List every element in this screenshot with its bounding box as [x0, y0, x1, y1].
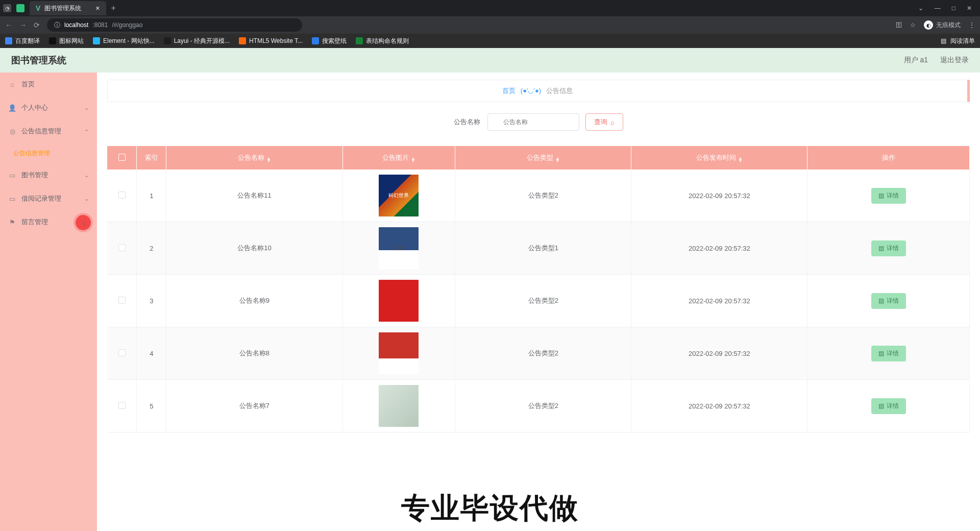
reading-list-icon[interactable]: ▤ — [941, 37, 946, 44]
bookmark-item[interactable]: HTML5 Website T... — [239, 37, 303, 45]
table-row: 4公告名称8公告类型22022-02-09 20:57:32▤详情 — [107, 327, 970, 380]
maximize-icon[interactable]: □ — [952, 5, 955, 12]
thumbnail[interactable] — [379, 280, 419, 322]
user-label[interactable]: 用户 a1 — [904, 56, 928, 65]
url-port: :8081 — [92, 21, 108, 29]
row-image: 科幻世界 — [342, 170, 455, 222]
favicon — [312, 37, 319, 44]
row-name: 公告名称7 — [166, 380, 342, 432]
detail-button[interactable]: ▤详情 — [871, 346, 906, 361]
chevron-down-icon: ⌄ — [84, 128, 89, 135]
list-icon: ▤ — [878, 245, 884, 252]
back-icon[interactable]: ← — [5, 21, 12, 29]
url-field[interactable]: ⓘ localhost:8081/#/gonggao — [47, 18, 302, 32]
row-checkbox[interactable] — [107, 327, 137, 380]
breadcrumb-home[interactable]: 首页 — [502, 87, 516, 94]
forward-icon[interactable]: → — [19, 21, 27, 29]
incognito-badge: ◐ 无痕模式 — [924, 20, 961, 30]
detail-button[interactable]: ▤详情 — [871, 398, 906, 414]
new-tab-button[interactable]: + — [111, 4, 116, 13]
vue-icon: V — [36, 4, 40, 12]
row-checkbox[interactable] — [107, 170, 137, 222]
sidebar: ⌂首页👤个人中心⌄◎公告信息管理⌄公告信息管理▭图书管理⌄▭借阅记录管理⌄⚑留言… — [0, 73, 97, 531]
favicon — [49, 37, 56, 44]
col-operation: 操作 — [807, 146, 970, 170]
thumbnail[interactable]: 文城 — [379, 227, 419, 269]
table-row: 2公告名称10文城公告类型12022-02-09 20:57:32▤详情 — [107, 222, 970, 275]
close-window-icon[interactable]: ✕ — [967, 5, 972, 12]
window-controls: ⌄ — □ ✕ — [918, 5, 977, 12]
menu-label: 借阅记录管理 — [21, 194, 61, 203]
bookmark-bar: 百度翻译图标网站Element - 网站快...Layui - 经典开源模...… — [0, 34, 980, 48]
row-name: 公告名称10 — [166, 222, 342, 275]
reading-list-label[interactable]: 阅读清单 — [950, 37, 975, 45]
sidebar-item-4[interactable]: ▭借阅记录管理⌄ — [0, 187, 97, 210]
col-checkbox[interactable] — [107, 146, 137, 170]
row-index: 3 — [137, 275, 166, 327]
app-icon-2 — [16, 4, 24, 12]
bookmark-item[interactable]: 搜索壁纸 — [312, 37, 347, 45]
row-checkbox[interactable] — [107, 222, 137, 275]
row-op: ▤详情 — [807, 222, 970, 275]
bookmark-item[interactable]: Layui - 经典开源模... — [164, 37, 230, 45]
col-type[interactable]: 公告类型▲▼ — [455, 146, 631, 170]
row-name: 公告名称8 — [166, 327, 342, 380]
sidebar-item-1[interactable]: 👤个人中心⌄ — [0, 96, 97, 119]
col-name[interactable]: 公告名称▲▼ — [166, 146, 342, 170]
bookmark-item[interactable]: 百度翻译 — [5, 37, 40, 45]
key-icon[interactable]: ⚿ — [896, 21, 902, 29]
menu-icon: ◎ — [8, 128, 16, 135]
sidebar-item-0[interactable]: ⌂首页 — [0, 73, 97, 96]
search-label: 公告名称 — [454, 117, 480, 127]
chevron-down-icon: ⌄ — [84, 105, 89, 111]
search-input[interactable] — [487, 113, 579, 131]
reload-icon[interactable]: ⟳ — [34, 21, 40, 29]
row-index: 1 — [137, 170, 166, 222]
sidebar-item-3[interactable]: ▭图书管理⌄ — [0, 163, 97, 187]
menu-label: 个人中心 — [21, 103, 48, 112]
favicon — [5, 37, 12, 44]
bookmark-item[interactable]: 图标网站 — [49, 37, 84, 45]
browser-tab[interactable]: V 图书管理系统 × — [30, 1, 106, 15]
query-button[interactable]: 查询 ⌕ — [585, 113, 623, 131]
row-image: 文城 — [342, 222, 455, 275]
chevron-down-icon[interactable]: ⌄ — [918, 5, 923, 12]
col-index[interactable]: 索引 — [137, 146, 166, 170]
row-index: 5 — [137, 380, 166, 432]
app-header: 图书管理系统 用户 a1 退出登录 — [0, 48, 980, 73]
chevron-down-icon: ⌄ — [84, 196, 89, 202]
list-icon: ▤ — [878, 297, 884, 304]
breadcrumb: 首页 (●'◡'●) 公告信息 — [107, 80, 970, 102]
sidebar-item-5[interactable]: ⚑留言管理☟ — [0, 210, 97, 234]
search-row: 公告名称 ⌕ 查询 ⌕ — [107, 113, 970, 131]
row-checkbox[interactable] — [107, 275, 137, 327]
app-icon-1: ◔ — [3, 4, 11, 12]
row-time: 2022-02-09 20:57:32 — [631, 327, 807, 380]
menu-icon: ▭ — [8, 172, 16, 179]
thumbnail[interactable] — [379, 332, 419, 374]
detail-button[interactable]: ▤详情 — [871, 188, 906, 204]
tab-close-icon[interactable]: × — [95, 4, 100, 12]
detail-button[interactable]: ▤详情 — [871, 240, 906, 256]
row-image — [342, 327, 455, 380]
menu-icon: 👤 — [8, 104, 16, 112]
thumbnail[interactable]: 科幻世界 — [379, 175, 419, 216]
minimize-icon[interactable]: — — [935, 5, 941, 12]
col-image[interactable]: 公告图片▲▼ — [342, 146, 455, 170]
detail-button[interactable]: ▤详情 — [871, 293, 906, 309]
thumbnail[interactable] — [379, 385, 419, 427]
sidebar-subitem-active[interactable]: 公告信息管理 — [0, 143, 97, 163]
address-bar: ← → ⟳ ⓘ localhost:8081/#/gonggao ⚿ ☆ ◐ 无… — [0, 16, 980, 34]
menu-icon: ▭ — [8, 195, 16, 203]
search-btn-icon: ⌕ — [610, 118, 615, 126]
row-checkbox[interactable] — [107, 380, 137, 432]
list-icon: ▤ — [878, 350, 884, 357]
col-time[interactable]: 公告发布时间▲▼ — [631, 146, 807, 170]
row-name: 公告名称11 — [166, 170, 342, 222]
bookmark-item[interactable]: Element - 网站快... — [93, 37, 155, 45]
star-icon[interactable]: ☆ — [910, 21, 916, 29]
sidebar-item-2[interactable]: ◎公告信息管理⌄ — [0, 119, 97, 143]
logout-link[interactable]: 退出登录 — [940, 56, 969, 65]
browser-menu-icon[interactable]: ⋮ — [969, 21, 975, 29]
bookmark-item[interactable]: 表结构命名规则 — [356, 37, 409, 45]
